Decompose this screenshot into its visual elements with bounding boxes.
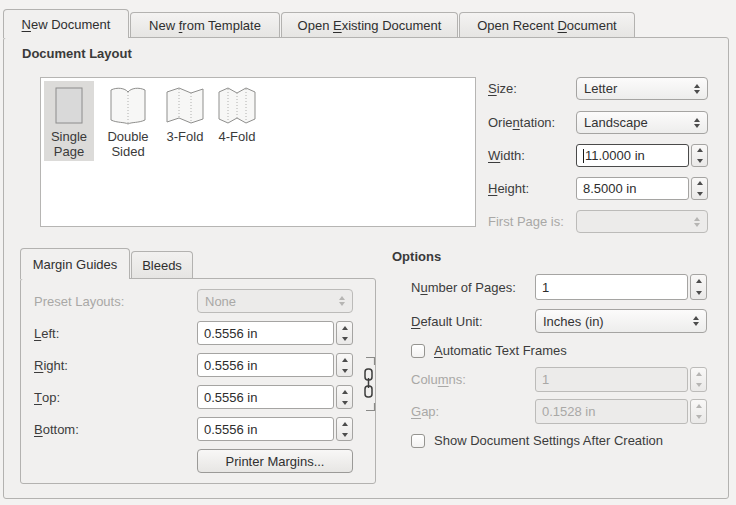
link-margins-toggle[interactable] (356, 354, 380, 414)
width-value: 11.0000 in (585, 148, 645, 163)
tab-open-recent-document[interactable]: Open Recent Document (459, 12, 635, 37)
layout-item-label: 4-Fold (219, 129, 256, 144)
height-spin-buttons[interactable] (691, 177, 708, 200)
margin-top-input[interactable]: 0.5556 in (197, 385, 353, 409)
tab-new-from-template[interactable]: New from Template (130, 12, 280, 37)
margin-bottom-input[interactable]: 0.5556 in (197, 417, 353, 441)
margin-right-value: 0.5556 in (204, 358, 258, 373)
margin-top-label: Top: (34, 385, 60, 409)
combo-arrows-icon (694, 217, 700, 227)
height-value: 8.5000 in (583, 181, 637, 196)
margin-top-spin-buttons[interactable] (336, 385, 353, 409)
tab-open-existing-document[interactable]: Open Existing Document (281, 12, 458, 37)
gap-spin-buttons (690, 399, 707, 424)
layout-item-4-fold[interactable]: 4-Fold (212, 81, 262, 146)
layout-item-double-sided[interactable]: Double Sided (98, 81, 158, 161)
show-document-settings-checkbox-row: Show Document Settings After Creation (411, 432, 663, 449)
columns-spin-buttons (690, 367, 707, 392)
columns-value: 1 (542, 372, 549, 387)
printer-margins-button[interactable]: Printer Margins... (197, 449, 353, 473)
combo-arrows-icon (339, 296, 345, 306)
layout-item-3-fold[interactable]: 3-Fold (162, 81, 208, 146)
show-document-settings-label: Show Document Settings After Creation (434, 433, 663, 448)
preset-layouts-select: None (197, 289, 353, 313)
width-input[interactable]: 11.0000 in (576, 144, 708, 167)
combo-arrows-icon (694, 84, 700, 94)
four-fold-icon (216, 83, 258, 129)
margin-left-value: 0.5556 in (204, 326, 258, 341)
number-of-pages-input[interactable]: 1 (535, 274, 707, 300)
first-page-label: First Page is: (488, 210, 564, 233)
orientation-label: Orientation: (488, 111, 555, 134)
layout-item-label: 3-Fold (167, 129, 204, 144)
tab-label: Bleeds (142, 258, 182, 273)
margin-bottom-spin-buttons[interactable] (336, 417, 353, 441)
tab-bleeds[interactable]: Bleeds (131, 251, 193, 278)
number-of-pages-value: 1 (542, 280, 549, 295)
margin-right-label: Right: (34, 353, 68, 377)
first-page-select (576, 210, 708, 233)
layout-item-label: Single Page (45, 129, 93, 159)
options-title: Options (392, 249, 441, 264)
three-fold-icon (164, 83, 206, 129)
margin-left-label: Left: (34, 321, 59, 345)
tab-margin-guides[interactable]: Margin Guides (20, 248, 130, 279)
combo-arrows-icon (693, 316, 699, 326)
tab-label: Open Existing Document (298, 18, 442, 33)
number-of-pages-spin-buttons[interactable] (690, 274, 707, 300)
double-sided-icon (107, 83, 149, 129)
chain-link-icon (356, 354, 380, 414)
document-layout-title: Document Layout (22, 46, 132, 61)
automatic-text-frames-label: Automatic Text Frames (434, 343, 567, 358)
margin-bottom-value: 0.5556 in (204, 422, 258, 437)
layout-item-single-page[interactable]: Single Page (44, 81, 94, 161)
margin-left-input[interactable]: 0.5556 in (197, 321, 353, 345)
default-unit-label: Default Unit: (411, 309, 483, 333)
tab-label: Open Recent Document (477, 18, 616, 33)
preset-layouts-label: Preset Layouts: (34, 289, 124, 313)
default-unit-value: Inches (in) (543, 314, 604, 329)
height-input[interactable]: 8.5000 in (576, 177, 708, 200)
tab-label: Margin Guides (33, 257, 118, 272)
size-value: Letter (584, 81, 617, 96)
width-spin-buttons[interactable] (691, 144, 708, 167)
gap-input: 0.1528 in (535, 399, 707, 424)
orientation-select[interactable]: Landscape (576, 111, 708, 134)
number-of-pages-label: Number of Pages: (411, 274, 516, 300)
columns-label: Columns: (411, 367, 466, 392)
document-layout-list: Single Page Double Sided 3-Fold (40, 77, 476, 227)
height-label: Height: (488, 177, 529, 200)
gap-label: Gap: (411, 399, 439, 424)
size-select[interactable]: Letter (576, 77, 708, 100)
printer-margins-label: Printer Margins... (226, 454, 325, 469)
new-document-panel: Document Layout Single Page Double Sided (3, 37, 729, 499)
automatic-text-frames-checkbox[interactable] (411, 344, 425, 358)
tab-label: New from Template (149, 18, 261, 33)
single-page-icon (53, 83, 85, 129)
tab-new-document[interactable]: New Document (3, 9, 129, 38)
margin-right-input[interactable]: 0.5556 in (197, 353, 353, 377)
text-cursor (583, 149, 584, 163)
margin-right-spin-buttons[interactable] (336, 353, 353, 377)
automatic-text-frames-checkbox-row: Automatic Text Frames (411, 342, 567, 359)
default-unit-select[interactable]: Inches (in) (535, 309, 707, 333)
width-label: Width: (488, 144, 525, 167)
tab-label: New Document (22, 17, 111, 32)
gap-value: 0.1528 in (542, 404, 596, 419)
columns-input: 1 (535, 367, 707, 392)
combo-arrows-icon (694, 118, 700, 128)
margin-left-spin-buttons[interactable] (336, 321, 353, 345)
margin-top-value: 0.5556 in (204, 390, 258, 405)
orientation-value: Landscape (584, 115, 648, 130)
show-document-settings-checkbox[interactable] (411, 434, 425, 448)
margin-bottom-label: Bottom: (34, 417, 79, 441)
layout-item-label: Double Sided (99, 129, 157, 159)
size-label: Size: (488, 77, 517, 100)
preset-layouts-value: None (205, 294, 236, 309)
